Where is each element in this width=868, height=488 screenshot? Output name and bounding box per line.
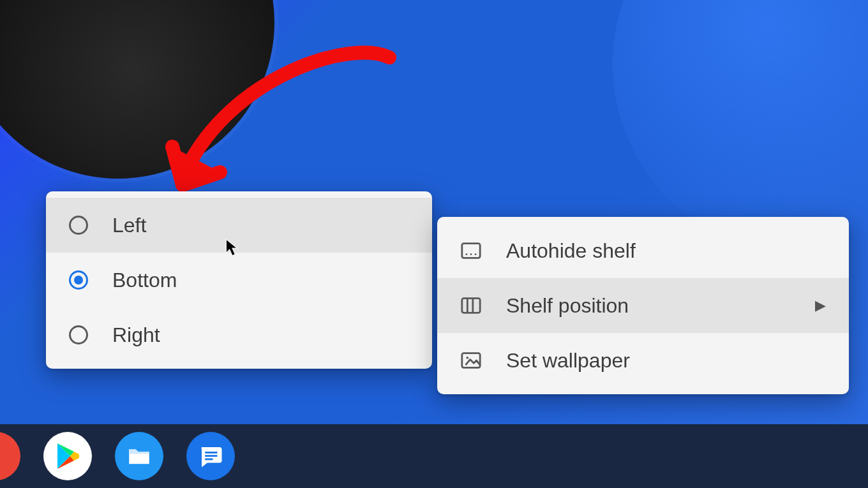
chevron-right-icon: ▶ — [815, 297, 826, 314]
radio-unchecked-icon — [69, 325, 88, 344]
option-label: Right — [112, 323, 409, 347]
svg-rect-4 — [462, 299, 480, 313]
radio-checked-icon — [69, 270, 88, 290]
shelf-app-play-store[interactable] — [43, 432, 92, 480]
shelf[interactable] — [0, 424, 868, 488]
layout-icon — [460, 295, 482, 316]
svg-point-3 — [475, 253, 477, 255]
menu-item-label: Set wallpaper — [506, 349, 826, 373]
menu-item-label: Shelf position — [506, 294, 791, 318]
radio-unchecked-icon — [69, 216, 88, 235]
shelf-context-menu: Autohide shelf Shelf position ▶ Set wall… — [437, 217, 849, 394]
svg-rect-9 — [205, 452, 217, 454]
menu-item-autohide-shelf[interactable]: Autohide shelf — [437, 223, 849, 278]
option-label: Left — [112, 214, 409, 237]
svg-rect-0 — [462, 244, 480, 258]
shelf-position-submenu: Left Bottom Right — [46, 191, 432, 369]
play-store-icon — [55, 442, 80, 470]
youtube-icon — [0, 448, 4, 464]
shelf-app-messages[interactable] — [186, 432, 235, 480]
svg-point-8 — [466, 357, 468, 359]
svg-rect-10 — [205, 455, 217, 457]
svg-rect-11 — [205, 459, 213, 461]
shelf-position-option-bottom[interactable]: Bottom — [46, 253, 432, 307]
folder-icon — [126, 443, 153, 470]
option-label: Bottom — [112, 269, 409, 292]
menu-item-set-wallpaper[interactable]: Set wallpaper — [437, 333, 849, 388]
autohide-icon — [460, 240, 482, 262]
shelf-position-option-right[interactable]: Right — [46, 307, 432, 362]
svg-point-1 — [466, 253, 468, 255]
svg-point-2 — [470, 253, 472, 255]
shelf-position-option-left[interactable]: Left — [46, 198, 432, 253]
picture-icon — [460, 350, 482, 371]
menu-item-shelf-position[interactable]: Shelf position ▶ — [437, 278, 849, 333]
shelf-app-youtube[interactable] — [0, 432, 20, 480]
menu-item-label: Autohide shelf — [506, 239, 826, 263]
messages-icon — [197, 443, 224, 470]
shelf-app-files[interactable] — [115, 432, 163, 480]
